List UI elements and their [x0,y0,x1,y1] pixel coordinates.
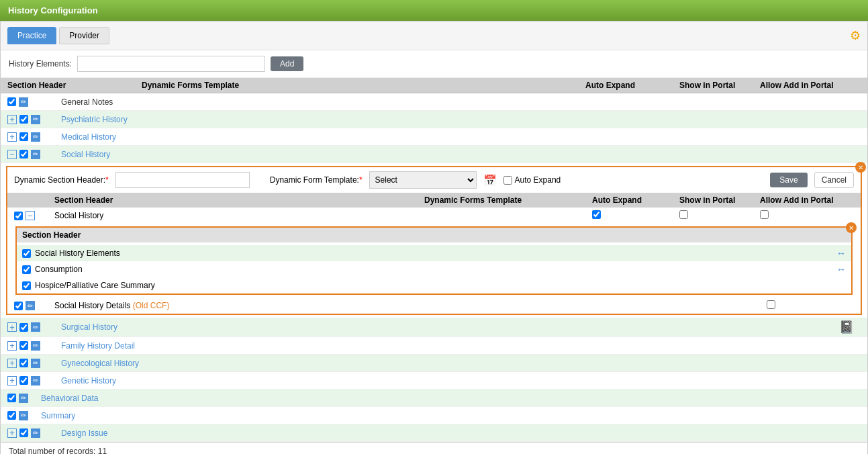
behavioral-data-label: Behavioral Data [41,394,861,403]
row-behavioral-data: ✏ Behavioral Data [1,390,867,407]
expand-psychiatric-icon[interactable]: + [7,115,17,124]
col-header-allow-add: Allow Add in Portal [760,81,861,90]
total-records-row: Total number of records: 11 [1,442,867,454]
column-headers: Section Header Dynamic Forms Template Au… [1,78,867,93]
social-show-portal-checkbox[interactable] [679,210,688,219]
general-notes-label: General Notes [61,97,861,107]
history-elements-label: History Elements: [9,59,72,69]
checkbox-medical[interactable] [19,132,28,141]
expand-medical-icon[interactable]: + [7,132,17,142]
tabs: Practice Provider [7,27,109,44]
notebook-icon[interactable]: 📓 [839,320,854,334]
sub-table-headers: Section Header Dynamic Forms Template Au… [7,193,861,208]
sub-col-dynamic-forms: Dynamic Forms Template [424,195,592,205]
minus-social-sub-icon[interactable]: − [26,211,35,220]
col-header-section: Section Header [7,81,142,90]
checkbox-genetic[interactable] [19,376,28,385]
old-ccf-label: (Old CCF) [133,301,170,310]
gynecological-history-label: Gynecological History [61,359,861,368]
social-allow-add-checkbox[interactable] [760,210,769,219]
tab-practice[interactable]: Practice [7,27,56,44]
checkbox-social-history[interactable] [19,150,28,158]
expand-family-icon[interactable]: + [7,341,17,351]
checkbox-social-history-elements[interactable] [22,249,31,258]
sub-col-auto-expand: Auto Expand [592,195,679,205]
row-summary: ✏ Summary [1,407,867,424]
family-history-label: Family History Detail [61,341,861,351]
inner-row-hospice: Hospice/Palliative Care Summary [17,277,851,293]
edit-psychiatric-icon[interactable]: ✏ [31,115,40,124]
dynamic-form-header-row: Dynamic Section Header:* Dynamic Form Te… [7,167,861,193]
tab-bar: Practice Provider ⚙ [1,21,867,50]
edit-design-icon[interactable]: ✏ [31,428,40,438]
checkbox-behavioral[interactable] [7,394,16,402]
edit-family-icon[interactable]: ✏ [31,341,40,351]
checkbox-summary[interactable] [7,411,16,420]
checkbox-psychiatric[interactable] [19,115,28,124]
checkbox-family[interactable] [19,341,28,350]
expand-surgical-icon[interactable]: + [7,322,17,332]
checkbox-hospice[interactable] [22,281,31,290]
move-consumption-icon[interactable]: ↔ [836,264,846,275]
row-social-history: − ✏ Social History [1,146,867,163]
checkbox-design[interactable] [19,428,28,437]
col-header-show-portal: Show in Portal [679,81,760,90]
row-surgical-history: + ✏ Surgical History 📓 [1,318,867,337]
checkbox-social-details[interactable] [14,302,23,310]
consumption-label: Consumption [35,265,832,274]
dynamic-section-header-label: Dynamic Section Header:* [14,175,109,185]
edit-surgical-icon[interactable]: ✏ [31,322,40,332]
social-history-sub-row: − Social History [7,208,861,224]
sub-col-section-header: Section Header [54,195,424,205]
auto-expand-label: Auto Expand [503,175,561,185]
edit-behavioral-icon[interactable]: ✏ [19,394,28,403]
inner-row-social-history-elements: Social History Elements ↔ [17,245,851,261]
row-medical-history: + ✏ Medical History [1,128,867,146]
edit-social-history-icon[interactable]: ✏ [31,150,40,159]
surgical-history-label: Surgical History [61,322,450,332]
edit-general-notes-icon[interactable]: ✏ [19,97,28,107]
dynamic-form-template-label: Dynamic Form Template:* [270,175,363,185]
inner-section: ✕ Section Header Social History Elements… [15,226,853,295]
expand-design-icon[interactable]: + [7,428,17,438]
psychiatric-history-label: Psychiatric History [61,115,861,124]
dynamic-form-template-select[interactable]: Select [369,171,477,189]
checkbox-gynecological[interactable] [19,359,28,367]
social-history-sub-label: Social History [54,211,424,220]
auto-expand-checkbox[interactable] [503,176,512,185]
move-social-history-elements-icon[interactable]: ↔ [836,248,846,259]
save-button[interactable]: Save [770,173,807,187]
hospice-label: Hospice/Palliative Care Summary [35,281,846,290]
checkbox-consumption[interactable] [22,265,31,274]
cancel-button[interactable]: Cancel [814,172,854,188]
checkbox-general-notes[interactable] [7,97,16,106]
edit-gynecological-icon[interactable]: ✏ [31,359,40,368]
title-bar: History Configuration [0,0,868,21]
collapse-social-icon[interactable]: − [7,150,17,159]
row-design-issue: + ✏ Design Issue [1,424,867,442]
expand-genetic-icon[interactable]: + [7,376,17,385]
close-dynamic-section[interactable]: ✕ [855,162,866,173]
edit-social-details-icon[interactable]: ✏ [26,301,35,310]
tab-provider[interactable]: Provider [59,27,109,44]
design-issue-label: Design Issue [61,428,861,438]
add-button[interactable]: Add [271,56,303,71]
social-details-auto-expand-checkbox[interactable] [767,300,775,309]
checkbox-surgical[interactable] [19,323,28,332]
social-history-label: Social History [61,150,861,159]
expand-gynecological-icon[interactable]: + [7,359,17,368]
settings-icon[interactable]: ⚙ [850,28,861,43]
calendar-icon[interactable]: 📅 [483,174,497,187]
checkbox-social-sub[interactable] [14,212,23,220]
edit-genetic-icon[interactable]: ✏ [31,376,40,385]
history-elements-input[interactable] [77,56,265,72]
social-history-details-row: ✏ Social History Details (Old CCF) [7,298,861,314]
edit-medical-icon[interactable]: ✏ [31,132,40,142]
edit-summary-icon[interactable]: ✏ [19,411,28,420]
inner-row-consumption: Consumption ↔ [17,261,851,277]
social-auto-expand-checkbox[interactable] [592,210,601,219]
row-psychiatric-history: + ✏ Psychiatric History [1,111,867,128]
row-general-notes: ✏ General Notes [1,93,867,111]
close-inner-section[interactable]: ✕ [846,222,857,233]
dynamic-section-header-input[interactable] [115,172,250,188]
